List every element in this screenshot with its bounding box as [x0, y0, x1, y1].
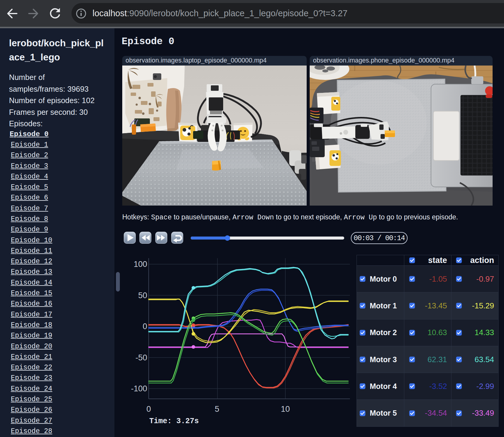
svg-text:Time: 3.27s: Time: 3.27s	[149, 417, 199, 426]
svg-text:0: 0	[143, 322, 147, 331]
svg-text:10: 10	[281, 405, 290, 414]
svg-text:0: 0	[146, 405, 151, 414]
svg-text:100: 100	[134, 260, 147, 269]
svg-text:-50: -50	[135, 353, 147, 362]
svg-text:50: 50	[138, 291, 147, 300]
svg-text:5: 5	[215, 405, 219, 414]
svg-text:-100: -100	[131, 384, 147, 393]
